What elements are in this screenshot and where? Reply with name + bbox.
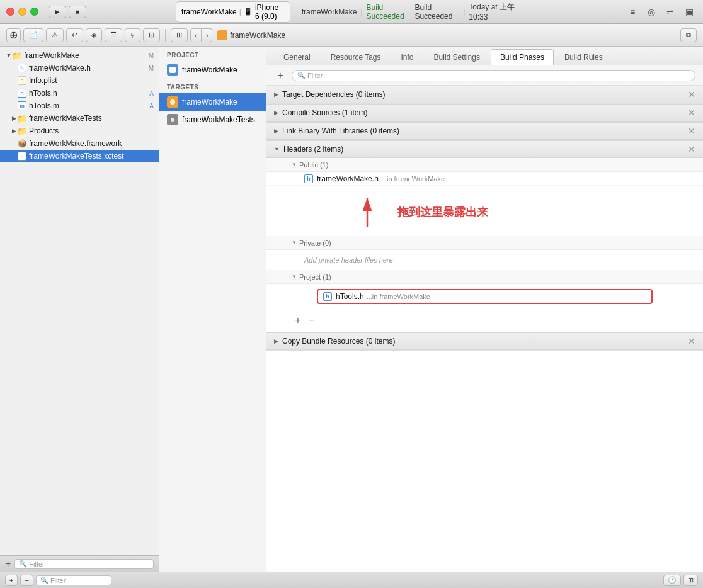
target-label-1: frameWorkMake bbox=[182, 98, 237, 106]
breakpoint-button[interactable]: ◈ bbox=[86, 28, 102, 42]
project-label: Project (1) bbox=[299, 273, 331, 281]
annotation-area: 拖到这里暴露出来 bbox=[266, 186, 703, 236]
phase-header-copy-bundle[interactable]: ▶ Copy Bundle Resources (0 items) ✕ bbox=[266, 332, 703, 350]
add-header-button[interactable]: + bbox=[292, 314, 304, 327]
phase-body-headers: ▼ Public (1) h frameWorkMake.h ...in fra… bbox=[266, 158, 703, 327]
phase-add-button[interactable]: + bbox=[274, 69, 287, 82]
sidebar-item-label: hTools.m bbox=[29, 101, 59, 110]
h-file-icon: h bbox=[304, 174, 313, 183]
bottom-add-button[interactable]: + bbox=[5, 575, 18, 586]
filter-icon: 🔍 bbox=[19, 560, 26, 567]
bottom-remove-button[interactable]: − bbox=[20, 575, 33, 586]
phase-header-headers[interactable]: ▼ Headers (2 items) ✕ bbox=[266, 140, 703, 158]
sidebar-item-frameworkmake-h[interactable]: h frameWorkMake.h M bbox=[0, 62, 159, 74]
project-file-box[interactable]: h hTools.h ...in frameWorkMake bbox=[317, 289, 653, 304]
breadcrumb-label: frameWorkMake bbox=[230, 31, 285, 40]
tree-arrow-root: ▼ bbox=[5, 52, 13, 59]
phase-toolbar: + 🔍 Filter bbox=[266, 65, 703, 86]
sidebar-item-root[interactable]: ▼ 📁 frameWorkMake M bbox=[0, 49, 159, 62]
minimize-button[interactable] bbox=[18, 8, 26, 16]
phase-arrow-headers: ▼ bbox=[274, 146, 280, 152]
share-icon[interactable]: ◎ bbox=[644, 4, 659, 20]
badge-a: A bbox=[149, 90, 154, 97]
bottom-filter-icon: 🔍 bbox=[40, 577, 48, 584]
back-button[interactable]: ‹ bbox=[190, 28, 202, 42]
target-item-2[interactable]: frameWorkMakeTests bbox=[159, 111, 266, 128]
public-file-row[interactable]: h frameWorkMake.h ...in frameWorkMake bbox=[266, 172, 703, 186]
phase-title-link: Link Binary With Libraries (0 items) bbox=[282, 127, 399, 135]
phase-close-target-deps[interactable]: ✕ bbox=[688, 89, 695, 99]
sidebar-item-label: frameWorkMake.h bbox=[29, 64, 91, 72]
sidebar-item-label: frameWorkMakeTests.xctest bbox=[29, 152, 123, 161]
close-button[interactable] bbox=[6, 8, 14, 16]
sidebar-item-htools-m[interactable]: m hTools.m A bbox=[0, 99, 159, 112]
titlebar-center: frameWorkMake | 📱 iPhone 6 (9.0) frameWo… bbox=[176, 1, 527, 23]
phase-header-link[interactable]: ▶ Link Binary With Libraries (0 items) ✕ bbox=[266, 122, 703, 140]
bottom-filter[interactable]: 🔍 Filter bbox=[36, 575, 111, 585]
phase-header-target-deps[interactable]: ▶ Target Dependencies (0 items) ✕ bbox=[266, 86, 703, 103]
warning-button[interactable]: ⚠ bbox=[46, 28, 64, 42]
sidebar-filter[interactable]: 🔍 Filter bbox=[14, 559, 154, 569]
h-icon: h bbox=[18, 89, 26, 98]
tab-build-settings[interactable]: Build Settings bbox=[425, 49, 489, 65]
phase-arrow-compile: ▶ bbox=[274, 110, 278, 116]
run-button[interactable]: ▶ bbox=[49, 6, 66, 18]
sidebar-item-xctest[interactable]: X frameWorkMakeTests.xctest bbox=[0, 150, 159, 162]
target-label-2: frameWorkMakeTests bbox=[182, 115, 255, 124]
sidebar-item-htools-h[interactable]: h hTools.h A bbox=[0, 87, 159, 99]
project-item[interactable]: frameWorkMake bbox=[159, 61, 266, 79]
phase-close-link[interactable]: ✕ bbox=[688, 126, 695, 136]
sidebar-add-icon[interactable]: + bbox=[5, 558, 11, 570]
file-tree: ▼ 📁 frameWorkMake M h frameWorkMake.h M … bbox=[0, 49, 159, 162]
add-button[interactable]: ⊕ bbox=[6, 28, 21, 42]
device-selector[interactable]: frameWorkMake | 📱 iPhone 6 (9.0) bbox=[176, 1, 290, 23]
nav-arrows: ‹ › bbox=[190, 28, 212, 42]
branch-button[interactable]: ⑂ bbox=[125, 28, 140, 42]
fullscreen-button[interactable] bbox=[30, 8, 38, 16]
phase-close-compile[interactable]: ✕ bbox=[688, 108, 695, 118]
scheme-name: frameWorkMake bbox=[181, 8, 237, 16]
phase-compile-sources: ▶ Compile Sources (1 item) ✕ bbox=[266, 104, 703, 122]
sidebar-item-framework[interactable]: 📦 frameWorkMake.framework bbox=[0, 137, 159, 150]
inspector-toggle[interactable]: ⧉ bbox=[680, 28, 697, 42]
panel-toggle-icon[interactable]: ▣ bbox=[682, 4, 697, 20]
grid-button[interactable]: ⊞ bbox=[683, 575, 698, 586]
bottom-filter-placeholder: Filter bbox=[50, 577, 66, 584]
tab-general[interactable]: General bbox=[274, 49, 320, 65]
commit-button[interactable]: ⊡ bbox=[143, 28, 160, 42]
sidebar-item-products[interactable]: ▶ 📁 Products bbox=[0, 125, 159, 137]
phase-arrow-target-deps: ▶ bbox=[274, 91, 278, 98]
phase-arrow-copy-bundle: ▶ bbox=[274, 338, 278, 344]
forward-button[interactable]: › bbox=[202, 28, 213, 42]
project-file-name: hTools.h bbox=[336, 292, 364, 301]
target-item-1[interactable]: frameWorkMake bbox=[159, 93, 266, 111]
svg-point-2 bbox=[171, 118, 174, 122]
titlebar-right: ≡ ◎ ⇌ ▣ bbox=[625, 4, 697, 20]
sidebar-item-info-plist[interactable]: p Info.plist bbox=[0, 74, 159, 87]
phase-headers: ▼ Headers (2 items) ✕ ▼ Public (1) h fra… bbox=[266, 140, 703, 332]
phase-close-headers[interactable]: ✕ bbox=[688, 144, 695, 154]
tab-build-rules[interactable]: Build Rules bbox=[555, 49, 612, 65]
file-button[interactable]: 📄 bbox=[23, 28, 43, 42]
project-file-path: ...in frameWorkMake bbox=[367, 293, 430, 300]
phase-close-copy-bundle[interactable]: ✕ bbox=[688, 336, 695, 346]
tab-build-phases[interactable]: Build Phases bbox=[491, 49, 554, 65]
tab-info[interactable]: Info bbox=[392, 49, 423, 65]
grid-button[interactable]: ⊞ bbox=[171, 28, 188, 42]
undo-button[interactable]: ↩ bbox=[66, 28, 83, 42]
stop-icon: ■ bbox=[76, 8, 79, 15]
tab-resource-tags[interactable]: Resource Tags bbox=[321, 49, 391, 65]
hamburger-icon[interactable]: ≡ bbox=[625, 4, 640, 20]
clock-button[interactable]: 🕐 bbox=[663, 575, 681, 586]
list-button[interactable]: ☰ bbox=[105, 28, 122, 42]
phase-header-compile[interactable]: ▶ Compile Sources (1 item) ✕ bbox=[266, 104, 703, 122]
stop-button[interactable]: ■ bbox=[69, 6, 86, 18]
remove-header-button[interactable]: − bbox=[306, 314, 318, 327]
sidebar-item-tests-folder[interactable]: ▶ 📁 frameWorkMakeTests bbox=[0, 112, 159, 125]
back-forward-icon[interactable]: ⇌ bbox=[663, 4, 678, 20]
svg-point-1 bbox=[170, 99, 175, 105]
phases-filter[interactable]: 🔍 Filter bbox=[292, 70, 695, 81]
svg-rect-0 bbox=[169, 67, 176, 73]
public-label: Public (1) bbox=[299, 161, 328, 169]
sidebar-footer: + 🔍 Filter bbox=[0, 555, 159, 572]
